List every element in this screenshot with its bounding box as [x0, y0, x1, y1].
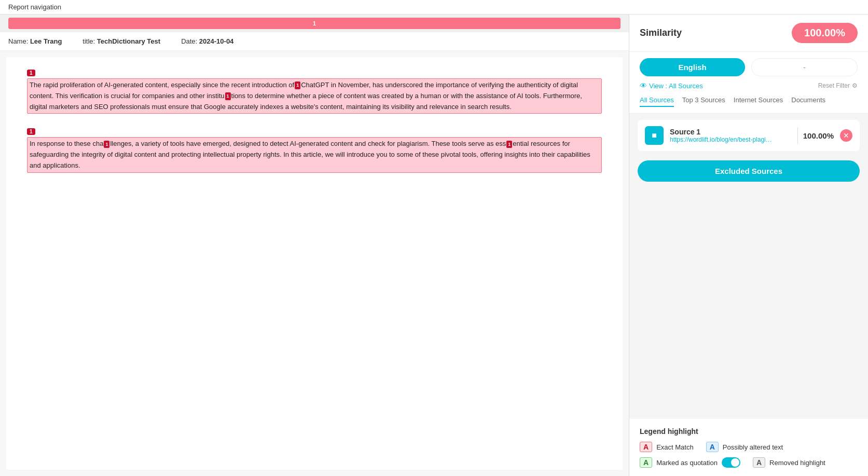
doc-title-label: title:: [82, 37, 95, 45]
source-url-1[interactable]: https://wordlift.io/blog/en/best-plagia.…: [670, 136, 774, 143]
tab-all-sources[interactable]: All Sources: [640, 94, 674, 107]
doc-name-label: Name:: [8, 37, 28, 45]
lang-button-inactive[interactable]: -: [751, 58, 858, 76]
quotation-toggle[interactable]: [722, 457, 740, 468]
eye-icon: 👁: [640, 81, 647, 90]
reset-filter-label: Reset Filter: [818, 82, 850, 89]
lang-row: English -: [640, 58, 858, 76]
lang-button-english[interactable]: English: [640, 58, 745, 76]
source-name-1: Source 1: [670, 128, 791, 136]
doc-content: 1 The rapid proliferation of AI-generate…: [6, 57, 623, 470]
inline-marker-2a: 1: [104, 141, 109, 148]
legend-icon-removed: A: [753, 457, 765, 468]
doc-title: title: TechDictionary Test: [82, 37, 160, 45]
left-panel: 1 Name: Lee Trang title: TechDictionary …: [0, 15, 629, 476]
para-num-2: 1: [27, 128, 35, 135]
source-pct-1: 100.00%: [803, 131, 834, 140]
reset-filter-button[interactable]: Reset Filter ⚙: [818, 82, 858, 89]
toggle-track[interactable]: [722, 457, 740, 468]
sources-section: ■ Source 1 https://wordlift.io/blog/en/b…: [629, 114, 868, 415]
source-divider-1: [797, 127, 798, 144]
source-icon-1: ■: [645, 126, 664, 145]
highlighted-text-1: The rapid proliferation of AI-generated …: [27, 78, 602, 114]
legend-row: A Exact Match A Possibly altered text: [640, 442, 858, 452]
tab-top-3-sources[interactable]: Top 3 Sources: [682, 94, 725, 107]
doc-date: Date: 2024-10-04: [181, 37, 233, 45]
doc-title-value: TechDictionary Test: [97, 37, 160, 45]
similarity-badge: 100.00%: [792, 23, 858, 43]
doc-meta: Name: Lee Trang title: TechDictionary Te…: [0, 32, 629, 51]
progress-bar: 1: [8, 18, 621, 29]
legend-icon-quotation: A: [640, 457, 652, 468]
toggle-thumb: [731, 458, 739, 467]
inline-marker-1a: 1: [295, 81, 300, 89]
para-num-1: 1: [27, 70, 35, 76]
top-bar: Report navigation: [0, 0, 868, 15]
source-info-1: Source 1 https://wordlift.io/blog/en/bes…: [670, 128, 791, 143]
inline-marker-2b: 1: [506, 141, 512, 148]
legend-label-altered: Possibly altered text: [723, 443, 783, 451]
right-panel: Similarity 100.00% English - 👁 View : Al…: [629, 15, 868, 476]
legend-label-removed: Removed highlight: [769, 459, 825, 467]
highlighted-text-2: In response to these cha1llenges, a vari…: [27, 137, 602, 172]
source-card-1: ■ Source 1 https://wordlift.io/blog/en/b…: [638, 120, 860, 151]
similarity-header: Similarity 100.00%: [629, 15, 868, 52]
doc-name: Name: Lee Trang: [8, 37, 62, 45]
source-remove-button-1[interactable]: ✕: [840, 129, 852, 142]
view-row: 👁 View : All Sources Reset Filter ⚙: [640, 81, 858, 90]
legend-section: Legend highlight A Exact Match A Possibl…: [629, 419, 868, 476]
legend-item-exact: A Exact Match: [640, 442, 694, 452]
similarity-label: Similarity: [640, 28, 682, 38]
paragraph-block-1: 1 The rapid proliferation of AI-generate…: [27, 67, 602, 114]
view-label: 👁 View : All Sources: [640, 81, 703, 90]
legend-label-exact: Exact Match: [656, 443, 694, 451]
excluded-sources-button[interactable]: Excluded Sources: [638, 160, 860, 182]
progress-bar-container: 1: [0, 15, 629, 32]
source-pct-divider-1: 100.00%: [797, 127, 834, 144]
tab-documents[interactable]: Documents: [791, 94, 825, 107]
legend-item-removed: A Removed highlight: [753, 457, 825, 468]
legend-item-quotation: A Marked as quotation: [640, 457, 740, 468]
view-label-text: View : All Sources: [649, 82, 703, 90]
report-navigation-label: Report navigation: [8, 3, 61, 11]
doc-date-value: 2024-10-04: [199, 37, 234, 45]
legend-item-altered: A Possibly altered text: [706, 442, 783, 452]
lang-section: English - 👁 View : All Sources Reset Fil…: [629, 52, 868, 114]
legend-icon-exact: A: [640, 442, 652, 452]
paragraph-block-2: 1 In response to these cha1llenges, a va…: [27, 126, 602, 172]
doc-date-label: Date:: [181, 37, 197, 45]
inline-marker-1b: 1: [225, 92, 231, 100]
legend-title: Legend highlight: [640, 427, 858, 436]
tab-internet-sources[interactable]: Internet Sources: [734, 94, 783, 107]
source-tabs: All Sources Top 3 Sources Internet Sourc…: [640, 94, 858, 107]
legend-row-2: A Marked as quotation A Removed highligh…: [640, 457, 858, 468]
doc-name-value: Lee Trang: [30, 37, 62, 45]
filter-icon: ⚙: [852, 82, 858, 89]
progress-bar-label: 1: [313, 20, 316, 26]
source-icon-symbol: ■: [652, 131, 657, 140]
legend-icon-altered: A: [706, 442, 719, 452]
legend-label-quotation: Marked as quotation: [656, 459, 718, 467]
main-layout: 1 Name: Lee Trang title: TechDictionary …: [0, 15, 868, 476]
